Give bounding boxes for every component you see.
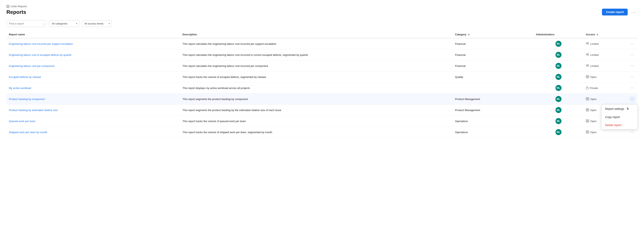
report-link[interactable]: My active workload [9,87,31,90]
report-link[interactable]: Engineering labour cost incurred per sup… [9,42,73,45]
cell-actions: ··· [627,83,638,94]
report-link[interactable]: Product backlog by component [9,98,45,101]
report-link[interactable]: Shipped work per team by month [9,131,47,134]
row-actions-button[interactable]: ··· [630,63,635,68]
report-link[interactable]: Escaped defects by release [9,76,41,79]
svg-rect-10 [586,88,588,89]
cell-name: Queued work per team [6,116,180,127]
access-icon [586,64,589,68]
search-input[interactable] [6,20,47,27]
sort-category-icon: ⇅ [468,33,470,36]
access-icon [586,108,589,112]
access-icon [586,119,589,123]
cell-name: Engineering labour cost incurred per sup… [6,38,180,49]
cell-access: Open [584,72,627,83]
cell-description: This report calculates the engineering l… [180,49,452,60]
cell-category: Financial [452,38,534,49]
row-actions-button[interactable]: ··· [630,41,635,46]
row-actions-button[interactable]: ··· [630,96,635,102]
svg-point-5 [588,64,588,65]
access-icon [586,42,589,46]
svg-rect-19 [586,120,587,121]
col-header-access[interactable]: Access ⇅ [584,31,627,38]
cell-category: Product Management [452,94,534,105]
row-actions-button[interactable]: ··· [630,74,635,80]
header-actions: Create report ··· [602,9,638,15]
avatar: ML [556,63,562,69]
cell-actions: ··· [627,60,638,72]
svg-rect-21 [586,121,587,122]
table-row: Engineering labour cost per component Th… [6,60,638,72]
col-header-administrators: Administrators [534,31,584,38]
header-row: Reports Create report ··· [6,9,638,15]
access-label: Open [590,131,597,134]
cell-description: This report segments the product backlog… [180,105,452,116]
cell-actions: ··· [627,94,638,105]
header-more-button[interactable]: ··· [630,9,638,15]
avatar: ML [556,74,562,80]
cell-name: My active workload [6,83,180,94]
cell-access: Limited [584,49,627,60]
dropdown-item-1[interactable]: Copy report [602,113,637,121]
cell-name: Engineering labour cost per component [6,60,180,72]
svg-rect-23 [586,130,587,132]
svg-rect-20 [588,120,589,121]
access-label: Open [590,109,597,112]
avatar: ML [556,118,562,124]
cell-administrators: ML [534,49,584,60]
filters-row: ⌕ All categories ▾ All access levels ▾ [6,20,638,27]
search-wrapper: ⌕ [6,20,47,27]
breadcrumb: ○ Limbr Reports [6,5,638,8]
access-icon [586,130,589,134]
row-actions-button[interactable]: ··· [630,129,635,135]
cell-administrators: ML [534,38,584,49]
categories-filter-wrapper: All categories ▾ [49,20,79,27]
cell-actions: ··· [627,72,638,83]
col-header-name[interactable]: Report name ↑ [6,31,180,38]
dropdown-item-0[interactable]: Report settings 🖱 [602,105,637,113]
access-icon [586,53,589,57]
cell-administrators: ML [534,127,584,138]
col-header-category[interactable]: Category ⇅ [452,31,534,38]
access-label: Limited [590,42,599,45]
cell-description: This report tracks the volume of escaped… [180,72,452,83]
row-actions-button[interactable]: ··· [630,52,635,57]
cell-name: Shipped work per team by month [6,127,180,138]
avatar: ML [556,85,562,91]
cell-administrators: ML [534,83,584,94]
cell-access: Limited [584,38,627,49]
cell-access: Open [584,94,627,105]
table-row: Escaped defects by release This report t… [6,72,638,83]
cell-category [452,83,534,94]
svg-rect-12 [588,97,589,99]
cell-description: This report calculates the engineering l… [180,38,452,49]
categories-select[interactable]: All categories [49,20,79,27]
avatar: ML [556,107,562,113]
avatar: ML [556,129,562,135]
report-link[interactable]: Engineering labour cost of escaped defec… [9,53,72,56]
cell-administrators: ML [534,94,584,105]
access-filter-wrapper: All access levels ▾ [82,20,112,27]
cell-access: Limited [584,60,627,72]
dropdown-item-2[interactable]: Delete report [602,121,637,129]
svg-point-0 [586,42,587,43]
svg-rect-7 [588,75,589,77]
sort-access-icon: ⇅ [596,33,598,36]
svg-rect-13 [586,99,587,100]
svg-point-4 [586,64,587,65]
page-wrapper: ○ Limbr Reports Reports Create report ··… [0,0,644,142]
avatar: ML [556,52,562,58]
access-icon [586,97,589,101]
cell-access: Private [584,83,627,94]
report-link[interactable]: Queued work per team [9,120,36,123]
access-select[interactable]: All access levels [82,20,112,27]
row-actions-button[interactable]: ··· [630,85,635,91]
cell-category: Financial [452,49,534,60]
cell-description: This report tracks the volume of queued … [180,116,452,127]
report-link[interactable]: Product backlog by estimated relative si… [9,109,58,112]
cell-category: Operations [452,127,534,138]
svg-rect-14 [588,99,589,100]
report-link[interactable]: Engineering labour cost per component [9,64,54,67]
create-report-button[interactable]: Create report [602,9,628,15]
svg-rect-25 [586,132,587,133]
